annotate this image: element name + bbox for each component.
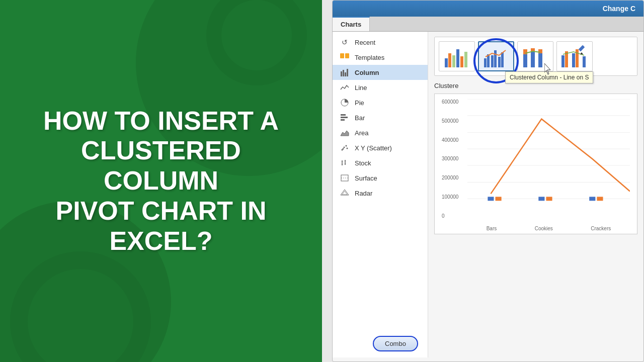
title-line2: CLUSTERED COLUMN [81,136,241,195]
recent-icon: ↺ [340,38,350,46]
svg-rect-40 [531,52,535,67]
dialog-title-bar: Change C [333,1,643,17]
sidebar-item-xy-label: X Y (Scatter) [355,144,392,152]
svg-rect-3 [343,70,344,76]
title-line3: PIVOT CHART IN [56,196,267,225]
svg-rect-34 [491,55,494,67]
svg-rect-30 [460,56,463,67]
hero-title: HOW TO INSERT A CLUSTERED COLUMN PIVOT C… [20,106,302,256]
svg-point-14 [343,148,344,150]
sidebar-item-pie-label: Pie [355,99,364,107]
sidebar-item-stock[interactable]: Stock [333,155,428,170]
svg-rect-29 [456,49,459,67]
bar-chart-icon [340,114,350,122]
sidebar-item-pie[interactable]: Pie [333,95,428,110]
svg-rect-63 [597,197,603,201]
sidebar-item-column[interactable]: Column [333,65,428,80]
svg-marker-24 [341,190,349,195]
svg-point-13 [346,145,347,147]
y-label-6: 600000 [442,99,458,105]
sidebar-item-xy[interactable]: X Y (Scatter) [333,140,428,155]
sidebar-item-stock-label: Stock [355,159,371,167]
svg-rect-2 [341,71,342,76]
svg-point-15 [347,148,348,149]
svg-rect-36 [498,57,501,67]
y-label-5: 500000 [442,118,458,124]
left-panel: HOW TO INSERT A CLUSTERED COLUMN PIVOT C… [0,0,322,362]
title-line4: EXCEL? [109,226,212,255]
dialog-chart-area: Clustered Column - Line on S Clustere [428,32,643,357]
svg-rect-28 [452,55,455,67]
sidebar-item-line[interactable]: Line [333,80,428,95]
svg-rect-35 [494,50,497,67]
chart-thumb-stacked-column-line[interactable] [517,41,553,71]
svg-rect-22 [341,175,348,181]
svg-rect-48 [583,56,586,67]
sidebar-item-area-label: Area [355,129,368,137]
sidebar-item-radar[interactable]: Radar [333,186,428,201]
sidebar-item-templates[interactable]: Templates [333,50,428,65]
sidebar-item-column-label: Column [355,69,379,76]
sidebar-item-recent[interactable]: ↺ Recent [333,35,428,50]
svg-rect-8 [341,117,348,118]
x-axis-labels: Bars Cookies Crackers [467,226,630,231]
chart-thumb-custom[interactable] [556,41,593,71]
svg-rect-38 [523,54,527,67]
templates-icon [340,53,350,61]
excel-dialog: Change C Charts ↺ Recent Templates [332,0,644,362]
svg-rect-58 [488,197,494,201]
sidebar-item-area[interactable]: Area [333,125,428,140]
chart-canvas [467,99,630,219]
sidebar-item-radar-label: Radar [355,190,372,197]
sidebar-item-surface[interactable]: Surface [333,170,428,186]
svg-rect-31 [464,52,467,67]
sidebar-item-bar[interactable]: Bar [333,110,428,125]
chart-type-sidebar: ↺ Recent Templates [333,32,428,357]
svg-rect-60 [538,197,544,201]
chart-thumb-column-line[interactable] [478,41,514,71]
svg-rect-49 [579,45,585,52]
svg-rect-27 [448,53,451,67]
svg-rect-37 [501,52,504,67]
dialog-body: ↺ Recent Templates [333,32,643,357]
tab-charts[interactable]: Charts [333,17,370,31]
pie-chart-icon [340,99,350,107]
svg-marker-10 [341,131,349,136]
svg-rect-4 [345,72,346,76]
right-panel: Change C Charts ↺ Recent Templates [322,0,644,362]
sidebar-item-surface-label: Surface [355,174,377,182]
chart-type-row: Clustered Column - Line on S [434,37,637,76]
x-label-bars: Bars [487,226,497,231]
area-chart-icon [340,129,350,137]
svg-rect-43 [538,49,542,53]
chart-tooltip: Clustered Column - Line on S [505,71,593,83]
svg-rect-46 [572,53,575,67]
y-label-2: 200000 [442,175,458,180]
svg-rect-5 [347,69,348,76]
dialog-tabs: Charts [333,17,643,32]
svg-rect-0 [340,53,344,58]
svg-rect-42 [538,53,542,67]
svg-rect-61 [546,197,552,201]
svg-marker-50 [580,52,583,54]
stock-chart-icon [340,159,350,167]
y-label-4: 400000 [442,137,458,143]
svg-rect-1 [345,53,349,58]
surface-chart-icon [340,174,350,182]
line-chart-icon [340,83,350,92]
decorative-curve-top [206,0,307,85]
sidebar-item-recent-label: Recent [355,39,375,46]
svg-rect-44 [561,55,565,67]
svg-rect-32 [484,58,487,67]
sidebar-item-templates-label: Templates [355,54,384,61]
chart-thumb-clustered-column[interactable] [439,41,475,71]
sidebar-item-line-label: Line [355,84,367,92]
dialog-title: Change C [603,5,635,13]
svg-rect-47 [576,49,579,67]
y-label-0: 0 [442,213,458,219]
mini-chart-preview: 600000 500000 400000 300000 200000 10000… [434,94,637,234]
scatter-chart-icon [340,144,350,152]
column-chart-icon [340,68,350,76]
sidebar-item-bar-label: Bar [355,114,365,122]
svg-rect-59 [496,197,502,201]
